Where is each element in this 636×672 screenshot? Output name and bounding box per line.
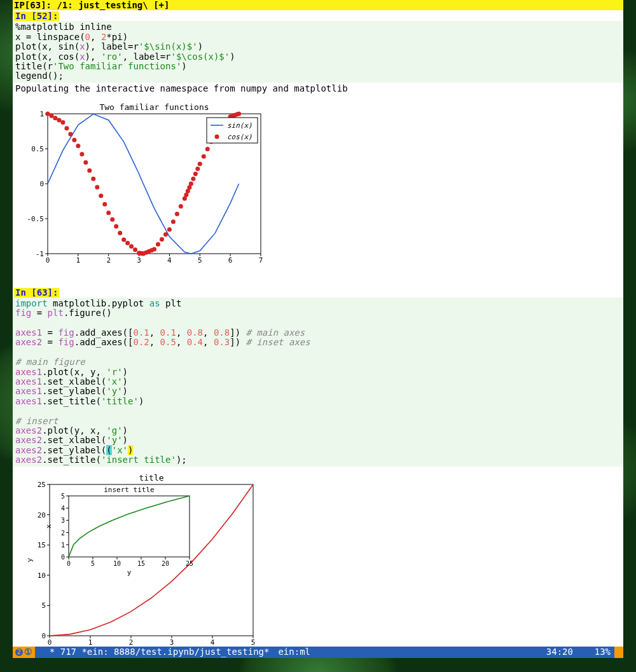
- svg-text:5: 5: [41, 601, 46, 610]
- svg-point-34: [68, 132, 73, 137]
- svg-point-72: [189, 182, 193, 186]
- svg-text:5: 5: [91, 560, 95, 567]
- svg-point-36: [76, 144, 80, 148]
- code-line: legend();: [15, 71, 64, 81]
- svg-text:4: 4: [167, 256, 172, 264]
- workspace-badge-icon: 2: [15, 648, 23, 656]
- svg-text:0.5: 0.5: [31, 145, 44, 153]
- code-cell-63[interactable]: import matplotlib.pyplot as plt fig = pl…: [13, 298, 623, 467]
- code-line: fig = plt.figure(): [15, 308, 112, 318]
- svg-rect-122: [69, 496, 190, 557]
- svg-point-49: [125, 241, 130, 245]
- code-line: axes2.plot(y, x, 'g'): [15, 425, 128, 435]
- svg-text:3: 3: [137, 256, 141, 264]
- svg-text:15: 15: [137, 560, 145, 567]
- workspace-badge-icon: ①: [24, 647, 32, 657]
- svg-text:0: 0: [48, 638, 52, 647]
- buffer-content[interactable]: In [52]: %matplotlib inline x = linspace…: [13, 10, 623, 647]
- svg-text:1: 1: [88, 638, 93, 647]
- code-line: %matplotlib inline: [15, 22, 112, 32]
- code-line: axes2.set_xlabel('y'): [15, 435, 128, 445]
- code-line: plot(x, sin(x), label=r'$\sin(x)$'): [15, 41, 203, 51]
- mode-line-buffer: * 717 *ein: 8888/test.ipynb/just_testing…: [35, 647, 273, 657]
- svg-point-74: [193, 172, 198, 176]
- svg-text:6: 6: [228, 256, 233, 264]
- svg-point-35: [72, 138, 76, 142]
- svg-point-63: [163, 232, 168, 237]
- svg-text:4: 4: [61, 505, 65, 512]
- svg-text:7: 7: [259, 256, 263, 264]
- code-line: axes1.set_ylabel('y'): [15, 386, 128, 396]
- code-cell-52[interactable]: %matplotlib inline x = linspace(0, 2*pi)…: [13, 21, 623, 82]
- svg-text:0: 0: [39, 180, 44, 188]
- svg-point-67: [179, 204, 183, 209]
- svg-point-28: [46, 112, 50, 116]
- svg-point-32: [60, 120, 65, 125]
- svg-text:1: 1: [76, 256, 81, 264]
- svg-text:1: 1: [61, 541, 65, 548]
- svg-text:10: 10: [38, 571, 46, 579]
- svg-point-47: [118, 231, 122, 235]
- svg-point-45: [110, 217, 114, 222]
- svg-point-41: [95, 185, 99, 189]
- mode-line: 2 ① * 717 *ein: 8888/test.ipynb/just_tes…: [13, 647, 623, 658]
- code-line: axes1.set_xlabel('x'): [15, 376, 128, 387]
- svg-point-92: [215, 135, 219, 139]
- svg-text:-0.5: -0.5: [27, 215, 45, 223]
- svg-text:y: y: [127, 568, 132, 577]
- svg-point-38: [83, 160, 88, 165]
- svg-point-30: [53, 116, 57, 120]
- svg-text:1: 1: [39, 110, 44, 118]
- code-line: import matplotlib.pyplot as plt: [15, 298, 181, 308]
- svg-point-60: [152, 247, 156, 252]
- svg-point-46: [114, 224, 118, 229]
- window-titlebar: IP[63]: /1: just_testing\ [+]: [13, 0, 623, 10]
- code-line: plot(x, cos(x), 'ro', label=r'$\cos(x)$'…: [15, 51, 235, 62]
- svg-text:x: x: [45, 524, 53, 528]
- code-line: axes2.set_ylabel(('x'): [15, 445, 133, 455]
- svg-point-39: [87, 168, 92, 173]
- code-line: axes2.set_title('insert title');: [15, 455, 187, 465]
- svg-point-78: [205, 147, 210, 151]
- svg-point-61: [156, 242, 160, 247]
- mode-line-mode: ein:ml: [273, 647, 315, 657]
- svg-point-77: [202, 154, 206, 159]
- svg-text:sin(x): sin(x): [227, 121, 252, 130]
- svg-point-37: [80, 152, 84, 156]
- svg-point-29: [49, 114, 53, 118]
- svg-text:15: 15: [38, 541, 46, 549]
- svg-text:5: 5: [251, 638, 256, 647]
- svg-point-65: [171, 219, 176, 224]
- svg-point-76: [198, 161, 202, 166]
- powerline-cap-icon: [614, 647, 623, 658]
- svg-text:3: 3: [61, 517, 65, 524]
- code-line: axes1.plot(x, y, 'r'): [15, 367, 128, 377]
- svg-point-43: [102, 202, 107, 207]
- cell-prompt-63: In [63]:: [14, 288, 59, 298]
- svg-point-64: [167, 228, 172, 232]
- code-line: x = linspace(0, 2*pi): [15, 32, 128, 42]
- svg-text:3: 3: [170, 638, 174, 647]
- code-line: # main figure: [15, 357, 85, 367]
- svg-point-44: [106, 210, 111, 215]
- svg-point-73: [191, 177, 195, 181]
- svg-point-75: [195, 167, 200, 171]
- svg-text:2: 2: [61, 529, 65, 536]
- svg-point-50: [129, 244, 134, 249]
- svg-point-31: [57, 118, 61, 123]
- svg-text:10: 10: [113, 560, 121, 567]
- svg-text:y: y: [25, 558, 34, 562]
- svg-text:4: 4: [211, 638, 215, 647]
- svg-point-88: [237, 112, 241, 116]
- chart-two-familiar-functions: 01234567-1-0.500.51Two familiar function…: [13, 101, 267, 273]
- svg-text:-1: -1: [36, 250, 44, 258]
- svg-text:0: 0: [67, 560, 71, 567]
- svg-text:20: 20: [162, 560, 169, 567]
- svg-point-48: [121, 238, 126, 242]
- svg-text:insert title: insert title: [104, 486, 154, 494]
- svg-point-62: [160, 237, 164, 242]
- svg-point-40: [91, 177, 95, 181]
- code-line: axes1 = fig.add_axes([0.1, 0.1, 0.8, 0.8…: [15, 327, 305, 338]
- code-line: title(r'Two familiar functions'): [15, 61, 187, 71]
- powerline-segment: 2 ①: [13, 647, 35, 658]
